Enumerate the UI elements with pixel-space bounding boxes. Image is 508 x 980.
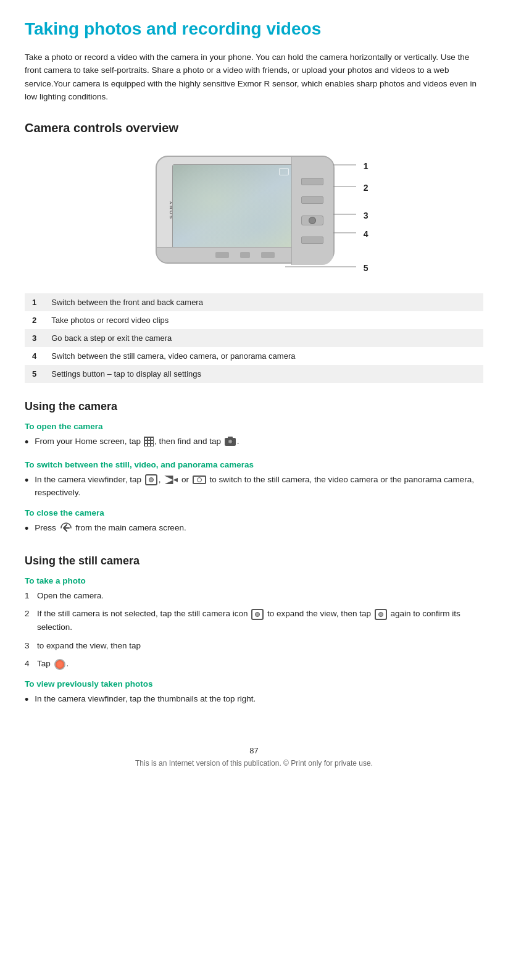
video-cam-icon	[164, 475, 178, 484]
row-num: 4	[25, 347, 44, 365]
table-row: 4 Switch between the still camera, video…	[25, 347, 483, 365]
callout-1: 1	[364, 161, 369, 171]
table-row: 5 Settings button – tap to display all s…	[25, 365, 483, 383]
still-cam-icon2	[251, 609, 264, 620]
row-desc: Settings button – tap to display all set…	[44, 365, 483, 383]
callout-4: 4	[364, 229, 369, 239]
switch-camera-bullet: • In the camera viewfinder, tap , or to …	[25, 473, 483, 500]
svg-point-8	[229, 440, 231, 443]
bullet-dot: •	[25, 691, 28, 709]
camera-icon-svg	[225, 437, 236, 446]
table-row: 3 Go back a step or exit the camera	[25, 329, 483, 347]
table-row: 2 Take photos or record video clips	[25, 311, 483, 329]
row-desc: Go back a step or exit the camera	[44, 329, 483, 347]
close-camera-bullet: • Press from the main camera screen.	[25, 521, 483, 538]
to-view-photos-heading: To view previously taken photos	[25, 679, 483, 689]
row-num: 2	[25, 311, 44, 329]
step-2: 2 If the still camera is not selected, t…	[25, 607, 483, 634]
open-camera-text: From your Home screen, tap , then find a…	[35, 435, 239, 448]
shutter-button-icon	[54, 659, 65, 670]
camera-diagram: SONY	[25, 146, 483, 282]
row-num: 5	[25, 365, 44, 383]
to-open-camera-heading: To open the camera	[25, 422, 483, 431]
close-camera-text: Press from the main camera screen.	[35, 521, 186, 535]
controls-table: 1 Switch between the front and back came…	[25, 293, 483, 383]
camera-app-icon	[225, 437, 236, 446]
step-1: 1 Open the camera.	[25, 589, 483, 603]
callout-2: 2	[364, 183, 369, 193]
row-desc: Switch between the still camera, video c…	[44, 347, 483, 365]
page-footer: 87 This is an Internet version of this p…	[25, 746, 483, 768]
to-take-photo-heading: To take a photo	[25, 576, 483, 585]
bullet-dot: •	[25, 472, 28, 490]
view-photos-text: In the camera viewfinder, tap the thumbn…	[35, 692, 256, 706]
row-num: 3	[25, 329, 44, 347]
row-desc: Take photos or record video clips	[44, 311, 483, 329]
step-2-text: If the still camera is not selected, tap…	[37, 607, 483, 634]
panorama-icon	[193, 475, 206, 484]
svg-rect-6	[228, 437, 233, 438]
callout-3: 3	[364, 211, 369, 220]
page-number: 87	[25, 746, 483, 755]
table-row: 1 Switch between the front and back came…	[25, 293, 483, 311]
using-still-camera-heading: Using the still camera	[25, 555, 483, 567]
step-4: 4 Tap .	[25, 657, 483, 671]
footer-text: This is an Internet version of this publ…	[25, 759, 483, 768]
still-cam-icon	[145, 474, 157, 485]
switch-camera-text: In the camera viewfinder, tap , or to sw…	[35, 473, 483, 500]
using-camera-heading: Using the camera	[25, 400, 483, 413]
back-icon	[60, 522, 72, 534]
step-num: 1	[25, 589, 37, 603]
camera-controls-heading: Camera controls overview	[25, 121, 483, 135]
bullet-dot: •	[25, 520, 28, 538]
to-switch-heading: To switch between the still, video, and …	[25, 460, 483, 469]
intro-paragraph: Take a photo or record a video with the …	[25, 51, 483, 104]
step-num: 4	[25, 657, 37, 671]
row-desc: Switch between the front and back camera	[44, 293, 483, 311]
step-3-text: to expand the view, then tap	[37, 639, 141, 653]
row-num: 1	[25, 293, 44, 311]
step-num: 2	[25, 607, 37, 621]
step-1-text: Open the camera.	[37, 589, 104, 603]
to-close-camera-heading: To close the camera	[25, 508, 483, 517]
callout-5: 5	[364, 263, 369, 273]
bullet-dot: •	[25, 433, 28, 451]
still-cam-icon3	[375, 609, 387, 620]
step-4-text: Tap .	[37, 657, 69, 671]
page-title: Taking photos and recording videos	[25, 19, 483, 40]
view-photos-bullet: • In the camera viewfinder, tap the thum…	[25, 692, 483, 709]
step-num: 3	[25, 639, 37, 653]
open-camera-bullet: • From your Home screen, tap , then find…	[25, 435, 483, 451]
grid-icon	[144, 437, 154, 446]
step-3: 3 to expand the view, then tap	[25, 639, 483, 653]
